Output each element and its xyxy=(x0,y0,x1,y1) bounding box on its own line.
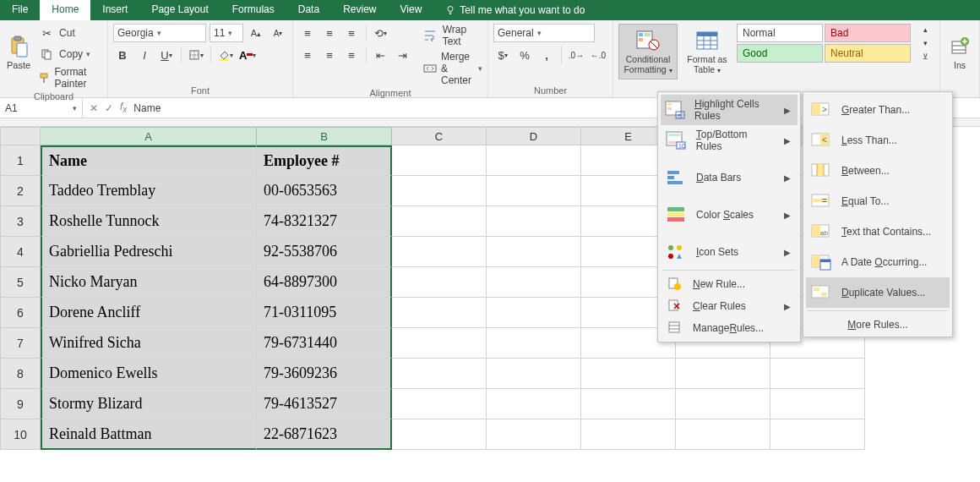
styles-scroll-down[interactable]: ▾ xyxy=(916,37,934,49)
cell[interactable] xyxy=(581,389,676,419)
row-header[interactable]: 1 xyxy=(0,145,41,176)
cell-style-normal[interactable]: Normal xyxy=(737,24,823,42)
cell-B4[interactable]: 92-5538706 xyxy=(257,237,392,267)
cell[interactable] xyxy=(581,419,676,450)
wrap-text-button[interactable]: Wrap Text xyxy=(422,24,482,47)
font-size-combo[interactable]: 11▾ xyxy=(210,24,243,42)
name-box[interactable]: A1▾ xyxy=(0,98,83,118)
col-header-B[interactable]: B xyxy=(257,127,392,145)
bold-button[interactable]: B xyxy=(113,46,132,64)
copy-button[interactable]: Copy▾ xyxy=(37,45,102,63)
cell[interactable] xyxy=(392,298,487,328)
fx-button[interactable]: fx xyxy=(120,101,127,114)
decrease-decimal-button[interactable]: ←.0 xyxy=(589,46,607,64)
cell[interactable] xyxy=(770,359,865,389)
menu-less-than[interactable]: < Less Than... xyxy=(806,125,950,156)
cell[interactable] xyxy=(392,145,487,176)
col-header-C[interactable]: C xyxy=(392,127,487,145)
styles-more[interactable]: ⊻ xyxy=(916,51,934,63)
cell[interactable] xyxy=(487,359,581,389)
cell-A7[interactable]: Winifred Sicha xyxy=(41,328,257,359)
cell[interactable] xyxy=(392,419,487,450)
comma-button[interactable]: , xyxy=(537,46,556,64)
increase-decimal-button[interactable]: .0→ xyxy=(567,46,585,64)
col-header-D[interactable]: D xyxy=(487,127,581,145)
cell[interactable] xyxy=(392,328,487,359)
cell[interactable] xyxy=(487,298,581,328)
font-color-button[interactable]: A▾ xyxy=(238,46,257,64)
cell-style-good[interactable]: Good xyxy=(737,44,823,63)
menu-top-bottom-rules[interactable]: 10 Top/Bottom Rules ▶ xyxy=(661,125,798,156)
cell-A3[interactable]: Roshelle Tunnock xyxy=(41,206,257,237)
menu-more-rules[interactable]: More Rules... xyxy=(806,314,950,334)
cell[interactable] xyxy=(487,206,581,237)
cell-A1[interactable]: Name xyxy=(41,145,257,176)
tab-home[interactable]: Home xyxy=(40,0,90,20)
cell[interactable] xyxy=(581,359,676,389)
cell[interactable] xyxy=(676,389,770,419)
align-right-button[interactable]: ≡ xyxy=(342,46,361,64)
cell-A6[interactable]: Dorene Ancliff xyxy=(41,298,257,328)
cell-B3[interactable]: 74-8321327 xyxy=(257,206,392,237)
enter-formula-button[interactable]: ✓ xyxy=(105,102,113,114)
decrease-indent-button[interactable]: ⇤ xyxy=(372,46,390,64)
cell[interactable] xyxy=(487,176,581,206)
cell[interactable] xyxy=(487,237,581,267)
row-header[interactable]: 10 xyxy=(0,419,41,450)
cell-style-bad[interactable]: Bad xyxy=(825,24,911,42)
row-header[interactable]: 9 xyxy=(0,389,41,419)
col-header-A[interactable]: A xyxy=(41,127,257,145)
format-painter-button[interactable]: Format Painter xyxy=(37,66,102,90)
row-header[interactable]: 6 xyxy=(0,298,41,328)
menu-equal-to[interactable]: = Equal To... xyxy=(806,186,950,216)
merge-center-button[interactable]: Merge & Center▾ xyxy=(422,51,482,86)
increase-indent-button[interactable]: ⇥ xyxy=(394,46,412,64)
menu-text-contains[interactable]: ab Text that Contains... xyxy=(806,216,950,247)
cell-A8[interactable]: Domenico Ewells xyxy=(41,359,257,389)
menu-color-scales[interactable]: Color Scales ▶ xyxy=(661,200,798,230)
orientation-button[interactable]: ⟲▾ xyxy=(372,24,390,42)
menu-date-occurring[interactable]: A Date Occurring... xyxy=(806,247,950,277)
cell-A10[interactable]: Reinald Battman xyxy=(41,419,257,450)
row-header[interactable]: 4 xyxy=(0,237,41,267)
cell[interactable] xyxy=(392,206,487,237)
cell-B10[interactable]: 22-6871623 xyxy=(257,419,392,450)
cell-style-neutral[interactable]: Neutral xyxy=(825,44,911,63)
cell[interactable] xyxy=(392,176,487,206)
decrease-font-button[interactable]: A▾ xyxy=(269,24,287,42)
cell[interactable] xyxy=(392,237,487,267)
cell[interactable] xyxy=(392,389,487,419)
cell-A2[interactable]: Taddeo Tremblay xyxy=(41,176,257,206)
insert-cells-button[interactable]: Ins xyxy=(945,24,974,79)
tab-view[interactable]: View xyxy=(389,0,434,20)
align-center-button[interactable]: ≡ xyxy=(320,46,339,64)
fill-color-button[interactable]: ▾ xyxy=(216,46,235,64)
cell-B5[interactable]: 64-8897300 xyxy=(257,267,392,298)
cell-B2[interactable]: 00-0653563 xyxy=(257,176,392,206)
cell[interactable] xyxy=(487,145,581,176)
tab-file[interactable]: File xyxy=(0,0,40,20)
styles-scroll-up[interactable]: ▴ xyxy=(916,24,934,36)
menu-clear-rules[interactable]: Clear Rules▶ xyxy=(661,295,798,317)
menu-greater-than[interactable]: > Greater Than... xyxy=(806,95,950,125)
row-header[interactable]: 8 xyxy=(0,359,41,389)
font-name-combo[interactable]: Georgia▾ xyxy=(113,24,206,42)
cell-A5[interactable]: Nicko Maryan xyxy=(41,267,257,298)
cell[interactable] xyxy=(487,267,581,298)
menu-new-rule[interactable]: New Rule... xyxy=(661,273,798,295)
accounting-format-button[interactable]: $▾ xyxy=(493,46,512,64)
italic-button[interactable]: I xyxy=(135,46,154,64)
cell-B6[interactable]: 71-0311095 xyxy=(257,298,392,328)
select-all-corner[interactable] xyxy=(0,127,41,145)
cell-B1[interactable]: Employee # xyxy=(257,145,392,176)
align-bottom-button[interactable]: ≡ xyxy=(342,24,361,42)
cell[interactable] xyxy=(392,359,487,389)
menu-manage-rules[interactable]: Manage Rules... xyxy=(661,317,798,339)
cell[interactable] xyxy=(487,389,581,419)
number-format-combo[interactable]: General▾ xyxy=(493,24,595,42)
menu-icon-sets[interactable]: Icon Sets ▶ xyxy=(661,237,798,267)
menu-duplicate-values[interactable]: Duplicate Values... xyxy=(806,277,950,308)
cell-B7[interactable]: 79-6731440 xyxy=(257,328,392,359)
align-left-button[interactable]: ≡ xyxy=(298,46,317,64)
cell[interactable] xyxy=(770,389,865,419)
